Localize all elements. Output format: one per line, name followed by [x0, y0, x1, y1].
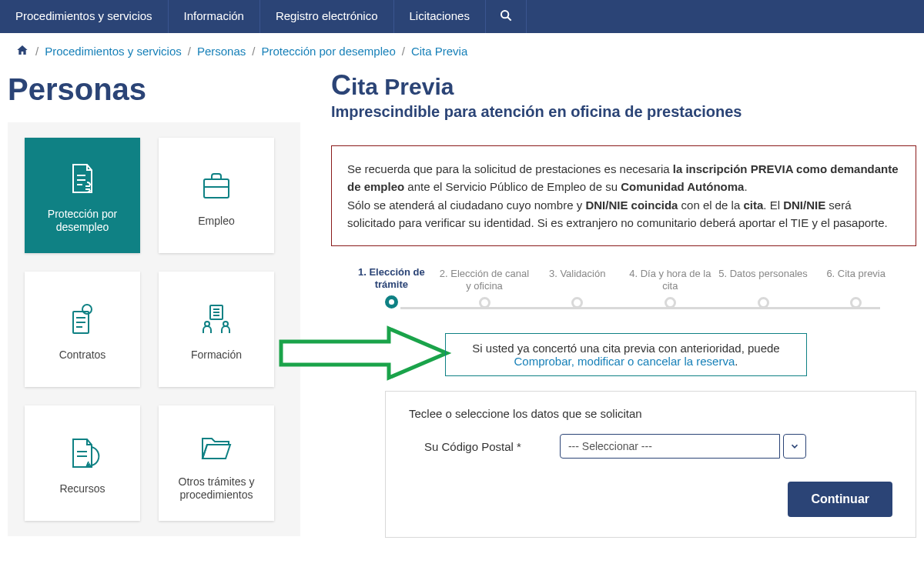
- card-label: Empleo: [198, 215, 234, 228]
- existing-appointment-box: Si usted ya concertó una cita previa con…: [445, 333, 807, 376]
- card-empleo[interactable]: Empleo: [159, 138, 274, 253]
- nav-procedimientos[interactable]: Procedimientos y servicios: [0, 0, 169, 33]
- card-label: Protección por desempleo: [32, 208, 132, 234]
- card-recursos[interactable]: Recursos: [25, 405, 140, 521]
- svg-rect-5: [204, 179, 229, 198]
- breadcrumb-sep: /: [35, 45, 38, 58]
- card-label: Recursos: [59, 482, 105, 495]
- step-2: 2. Elección de canal y oficina: [438, 268, 531, 311]
- card-label: Otros trámites y procedimientos: [166, 475, 266, 502]
- svg-line-1: [507, 17, 511, 21]
- nav-informacion[interactable]: Información: [169, 0, 260, 33]
- top-nav: Procedimientos y servicios Información R…: [0, 0, 924, 33]
- step-4: 4. Día y hora de la cita: [624, 268, 717, 311]
- breadcrumb-item-1[interactable]: Procedimientos y servicios: [45, 45, 182, 58]
- form-prompt: Teclee o seleccione los datos que se sol…: [409, 407, 892, 420]
- step-3: 3. Validación: [531, 268, 624, 311]
- arrow-right-icon: [277, 325, 454, 385]
- card-otros-tramites[interactable]: Otros trámites y procedimientos: [159, 405, 274, 521]
- chevron-down-icon[interactable]: [783, 434, 806, 459]
- breadcrumb-item-3[interactable]: Protección por desempleo: [261, 45, 395, 58]
- home-icon[interactable]: [15, 44, 29, 58]
- breadcrumb-item-2[interactable]: Personas: [197, 45, 246, 58]
- breadcrumb-sep: /: [188, 45, 191, 58]
- notice-box: Se recuerda que para la solicitud de pre…: [331, 145, 916, 246]
- nav-registro[interactable]: Registro electrónico: [260, 0, 394, 33]
- folder-open-icon: [195, 425, 238, 468]
- briefcase-icon: [195, 164, 238, 207]
- postal-code-select[interactable]: --- Seleccionar ---: [560, 434, 806, 459]
- card-formacion[interactable]: Formación: [159, 272, 274, 387]
- nav-search[interactable]: [486, 0, 527, 33]
- card-label: Formación: [191, 349, 242, 362]
- breadcrumb-sep: /: [252, 45, 255, 58]
- step-indicator: 1. Elección de trámite 2. Elección de ca…: [331, 266, 916, 311]
- svg-point-11: [82, 305, 92, 314]
- form-box: Teclee o seleccione los datos que se sol…: [385, 391, 916, 538]
- postal-code-value[interactable]: --- Seleccionar ---: [560, 434, 780, 459]
- card-proteccion-desempleo[interactable]: Protección por desempleo: [25, 138, 140, 253]
- nav-licitaciones[interactable]: Licitaciones: [394, 0, 486, 33]
- continue-button[interactable]: Continuar: [788, 482, 892, 517]
- document-refresh-icon: [61, 432, 104, 475]
- search-icon: [500, 11, 512, 24]
- step-5: 5. Datos personales: [717, 268, 810, 311]
- card-label: Contratos: [59, 349, 106, 362]
- card-grid: Protección por desempleo Empleo Contrato…: [25, 138, 283, 521]
- breadcrumb-item-4[interactable]: Cita Previa: [411, 45, 467, 58]
- step-1: 1. Elección de trámite: [345, 266, 438, 311]
- document-euro-icon: [61, 157, 104, 200]
- content-subtitle: Imprescindible para atención en oficina …: [331, 103, 916, 121]
- contract-icon: [61, 298, 104, 341]
- breadcrumb: / Procedimientos y servicios / Personas …: [0, 33, 924, 65]
- page-title: Personas: [8, 72, 300, 107]
- linkbox-text: Si usted ya concertó una cita previa con…: [472, 342, 779, 355]
- content-title: Cita Previa: [331, 69, 916, 102]
- card-contratos[interactable]: Contratos: [25, 272, 140, 387]
- breadcrumb-sep: /: [402, 45, 405, 58]
- sidebar-panel: Protección por desempleo Empleo Contrato…: [8, 122, 300, 536]
- step-6: 6. Cita previa: [809, 268, 902, 311]
- check-modify-cancel-link[interactable]: Comprobar, modificar o cancelar la reser…: [514, 355, 735, 368]
- svg-point-0: [501, 11, 508, 18]
- postal-code-label: Su Código Postal *: [424, 440, 521, 453]
- training-icon: [195, 298, 238, 341]
